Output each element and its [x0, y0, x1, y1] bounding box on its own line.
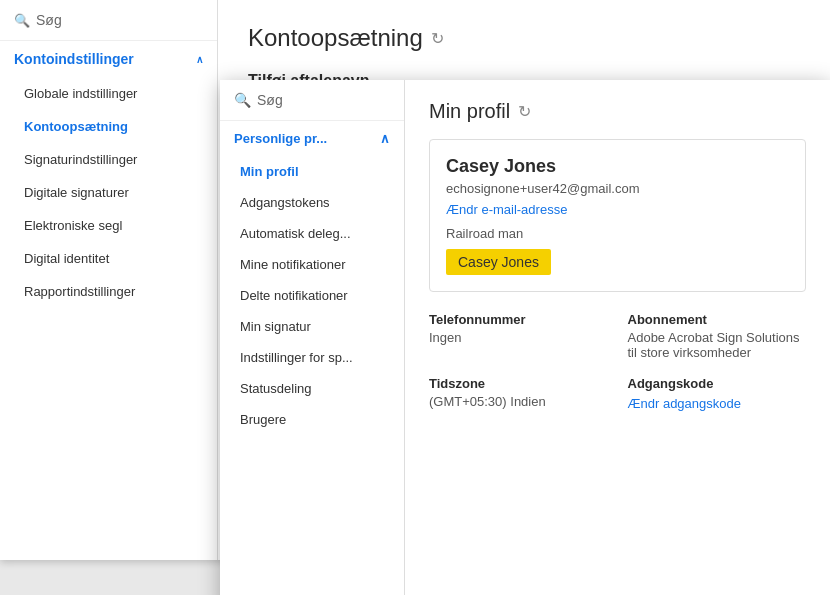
- detail-label-adgangskode: Adgangskode: [628, 376, 807, 391]
- fg-sidebar-item-statusdeling[interactable]: Statusdeling: [220, 373, 404, 404]
- profile-badge: Casey Jones: [446, 249, 551, 275]
- fg-sidebar-item-indstillinger-for-sp[interactable]: Indstillinger for sp...: [220, 342, 404, 373]
- fg-main-content: Min profil ↻ Casey Jones echosignone+use…: [405, 80, 830, 595]
- detail-group-adgangskode: Adgangskode Ændr adgangskode: [628, 376, 807, 412]
- bg-refresh-icon[interactable]: ↻: [431, 29, 444, 48]
- fg-sidebar-item-delte-notifikationer[interactable]: Delte notifikationer: [220, 280, 404, 311]
- bg-search-bar[interactable]: 🔍 Søg: [0, 0, 217, 41]
- fg-chevron-up-icon: ∧: [380, 131, 390, 146]
- detail-label-tidszone: Tidszone: [429, 376, 608, 391]
- sidebar-item-rapportindstillinger[interactable]: Rapportindstillinger: [0, 275, 217, 308]
- sidebar-item-elektroniske-segl[interactable]: Elektroniske segl: [0, 209, 217, 242]
- bg-page-title-row: Kontoopsætning ↻: [248, 24, 800, 52]
- bg-sidebar: 🔍 Søg Kontoindstillinger ∧ Globale indst…: [0, 0, 218, 560]
- detail-group-telefon: Telefonnummer Ingen: [429, 312, 608, 360]
- fg-sidebar-item-min-signatur[interactable]: Min signatur: [220, 311, 404, 342]
- profile-role: Railroad man: [446, 226, 789, 241]
- fg-sidebar: 🔍 Søg Personlige pr... ∧ Min profil Adga…: [220, 80, 405, 595]
- fg-refresh-icon[interactable]: ↻: [518, 102, 531, 121]
- detail-value-abonnement: Adobe Acrobat Sign Solutions til store v…: [628, 330, 807, 360]
- search-icon: 🔍: [14, 13, 30, 28]
- profile-details-grid: Telefonnummer Ingen Abonnement Adobe Acr…: [429, 312, 806, 412]
- detail-value-tidszone: (GMT+05:30) Indien: [429, 394, 608, 409]
- bg-sidebar-section-header[interactable]: Kontoindstillinger ∧: [0, 41, 217, 77]
- fg-sidebar-item-min-profil[interactable]: Min profil: [220, 156, 404, 187]
- fg-sidebar-item-adgangstokens[interactable]: Adgangstokens: [220, 187, 404, 218]
- fg-search-bar[interactable]: 🔍 Søg: [220, 80, 404, 121]
- bg-sidebar-section-label: Kontoindstillinger: [14, 51, 134, 67]
- fg-sidebar-item-mine-notifikationer[interactable]: Mine notifikationer: [220, 249, 404, 280]
- profile-name: Casey Jones: [446, 156, 789, 177]
- sidebar-item-signaturindstillinger[interactable]: Signaturindstillinger: [0, 143, 217, 176]
- bg-search-placeholder: Søg: [36, 12, 62, 28]
- fg-sidebar-item-brugere[interactable]: Brugere: [220, 404, 404, 435]
- detail-group-abonnement: Abonnement Adobe Acrobat Sign Solutions …: [628, 312, 807, 360]
- profile-card: Casey Jones echosignone+user42@gmail.com…: [429, 139, 806, 292]
- sidebar-item-digitale-signaturer[interactable]: Digitale signaturer: [0, 176, 217, 209]
- detail-value-telefon: Ingen: [429, 330, 608, 345]
- foreground-panel: 🔍 Søg Personlige pr... ∧ Min profil Adga…: [220, 80, 830, 595]
- fg-search-placeholder: Søg: [257, 92, 283, 108]
- change-email-link[interactable]: Ændr e-mail-adresse: [446, 202, 567, 217]
- sidebar-item-digital-identitet[interactable]: Digital identitet: [0, 242, 217, 275]
- fg-page-title: Min profil: [429, 100, 510, 123]
- sidebar-item-kontoopsaetning[interactable]: Kontoopsætning: [0, 110, 217, 143]
- fg-search-icon: 🔍: [234, 92, 251, 108]
- detail-label-telefon: Telefonnummer: [429, 312, 608, 327]
- fg-sidebar-section-label: Personlige pr...: [234, 131, 327, 146]
- change-password-link[interactable]: Ændr adgangskode: [628, 396, 741, 411]
- detail-group-tidszone: Tidszone (GMT+05:30) Indien: [429, 376, 608, 412]
- sidebar-item-globale-indstillinger[interactable]: Globale indstillinger: [0, 77, 217, 110]
- fg-sidebar-section-header[interactable]: Personlige pr... ∧: [220, 121, 404, 156]
- bg-page-title: Kontoopsætning: [248, 24, 423, 52]
- fg-title-row: Min profil ↻: [429, 100, 806, 123]
- profile-email: echosignone+user42@gmail.com: [446, 181, 789, 196]
- detail-label-abonnement: Abonnement: [628, 312, 807, 327]
- fg-sidebar-item-automatisk-deleg[interactable]: Automatisk deleg...: [220, 218, 404, 249]
- chevron-up-icon: ∧: [196, 54, 203, 65]
